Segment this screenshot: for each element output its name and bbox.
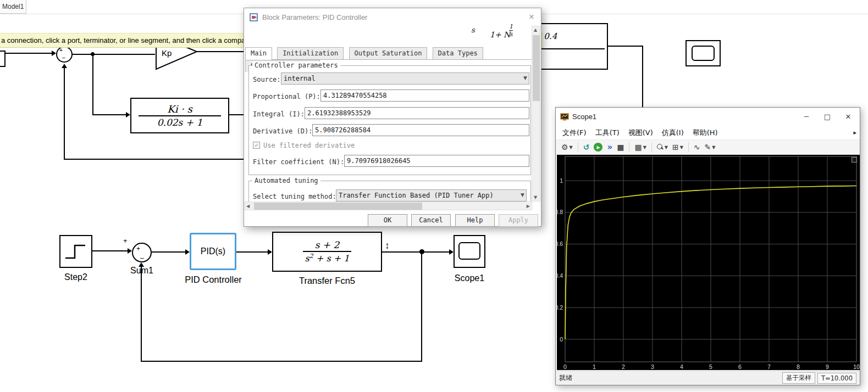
wire[interactable] bbox=[197, 51, 244, 52]
scope-block[interactable] bbox=[454, 235, 485, 268]
model-tab-label: Model1 bbox=[2, 3, 24, 10]
tab-data-types[interactable]: Data Types bbox=[433, 47, 483, 59]
parameters-gear-button[interactable]: ⚙▼ bbox=[559, 141, 575, 153]
integral-input[interactable]: 2.61932388953529 bbox=[305, 107, 529, 119]
apply-button[interactable]: Apply bbox=[499, 214, 538, 227]
scope-titlebar[interactable]: Scope1 ─ □ ✕ bbox=[556, 108, 860, 126]
minus-sign: _ bbox=[140, 251, 144, 259]
menu-help[interactable]: 帮助(H) bbox=[688, 128, 722, 138]
wire[interactable] bbox=[421, 252, 422, 362]
scope-window-title: Scope1 bbox=[572, 113, 596, 121]
svg-text:1: 1 bbox=[560, 177, 563, 184]
cancel-button[interactable]: Cancel bbox=[411, 214, 451, 227]
fit-to-view-button[interactable]: ⊞▼ bbox=[670, 141, 685, 153]
partial-scope-block[interactable] bbox=[685, 40, 721, 66]
dialog-tab-strip: Main Initialization Output Saturation Da… bbox=[245, 47, 532, 60]
vertical-scrollbar[interactable]: ▲ ▼ bbox=[532, 26, 540, 201]
transfer-fcn-block[interactable]: s + 2 s2 + s + 1 bbox=[272, 232, 382, 272]
chevron-down-icon: ▼ bbox=[665, 145, 668, 150]
proportional-input[interactable]: 4.31289470554258 bbox=[320, 89, 529, 102]
close-icon[interactable]: ✕ bbox=[838, 108, 859, 126]
dialog-titlebar[interactable]: Block Parameters: PID Controller × bbox=[244, 8, 541, 26]
svg-text:1: 1 bbox=[593, 363, 596, 370]
filter-coefficient-input[interactable]: 9.70976918026645 bbox=[344, 155, 529, 167]
chevron-down-icon: ▼ bbox=[570, 145, 573, 150]
fraction-bar bbox=[139, 115, 221, 116]
scroll-down-icon[interactable]: ▼ bbox=[534, 195, 537, 200]
source-dropdown[interactable]: internal ▼ bbox=[281, 72, 529, 85]
style-brush-button[interactable]: ✎▼ bbox=[703, 141, 718, 153]
step-back-button[interactable]: ↺ bbox=[581, 141, 592, 153]
status-sample-mode: 基于采样 bbox=[782, 372, 815, 384]
svg-text:0: 0 bbox=[563, 363, 567, 370]
filtered-derivative-checkbox[interactable]: ✓ bbox=[253, 142, 260, 149]
scope-statusbar: 就绪 基于采样 T=10.000 bbox=[556, 371, 860, 385]
scroll-right-icon[interactable]: ▶ bbox=[527, 204, 530, 209]
scrollbar-thumb[interactable] bbox=[533, 35, 540, 101]
wire[interactable] bbox=[64, 159, 244, 160]
wire[interactable] bbox=[92, 250, 128, 251]
step-block-label: Step2 bbox=[57, 272, 95, 282]
maximize-icon[interactable]: □ bbox=[817, 108, 838, 126]
wire[interactable] bbox=[141, 267, 142, 362]
wire[interactable] bbox=[642, 46, 643, 110]
wire[interactable] bbox=[64, 68, 65, 160]
tab-main[interactable]: Main bbox=[245, 47, 272, 60]
svg-text:10: 10 bbox=[853, 363, 860, 370]
wire[interactable] bbox=[382, 251, 449, 253]
wire[interactable] bbox=[73, 54, 155, 55]
screen: Model1 + _ Kp Ki · s 0.02s + 1 a connect… bbox=[0, 0, 868, 392]
menu-overflow-icon[interactable]: ▸ bbox=[853, 129, 856, 136]
model-tab[interactable]: Model1 bbox=[0, 0, 26, 14]
wire[interactable] bbox=[92, 54, 93, 115]
ok-button[interactable]: OK bbox=[368, 214, 407, 227]
chevron-down-icon: ▼ bbox=[643, 145, 646, 150]
partial-block-left[interactable] bbox=[0, 51, 5, 67]
scrollbar-thumb[interactable] bbox=[254, 203, 422, 210]
wire[interactable] bbox=[229, 114, 244, 115]
wire[interactable] bbox=[92, 114, 126, 115]
minimize-icon[interactable]: ─ bbox=[796, 108, 817, 126]
stop-button[interactable]: ■ bbox=[615, 141, 626, 153]
scope-plot-area[interactable]: 01234567891000.20.40.60.81 bbox=[557, 155, 860, 370]
help-button[interactable]: Help bbox=[455, 214, 495, 227]
chevron-down-icon: ▼ bbox=[680, 145, 683, 150]
dialog-close-icon[interactable]: × bbox=[529, 12, 534, 23]
plot-dock-icon[interactable] bbox=[852, 157, 857, 163]
toolbar-separator bbox=[578, 142, 578, 152]
dialog-title: Block Parameters: PID Controller bbox=[262, 13, 367, 21]
tab-output-saturation[interactable]: Output Saturation bbox=[349, 47, 428, 59]
derivative-input[interactable]: 5.908726288584 bbox=[312, 124, 529, 136]
sum-block-top[interactable]: + _ bbox=[56, 46, 73, 63]
menu-file[interactable]: 文件(F) bbox=[558, 128, 591, 138]
formula-fraction: 1 s bbox=[509, 23, 513, 38]
wire[interactable] bbox=[608, 46, 643, 47]
wire[interactable] bbox=[152, 251, 185, 253]
scope-menubar: 文件(F) 工具(T) 视图(V) 仿真(I) 帮助(H) ▸ bbox=[556, 126, 860, 140]
tf-block-ki[interactable]: Ki · s 0.02s + 1 bbox=[130, 98, 229, 133]
trigger-button[interactable]: ∿ bbox=[692, 141, 703, 153]
scope-screen-icon bbox=[458, 242, 480, 260]
run-button[interactable]: ▶ bbox=[591, 141, 605, 153]
group-legend: Controller parameters bbox=[252, 61, 340, 69]
tab-initialization[interactable]: Initialization bbox=[277, 47, 344, 59]
wire[interactable] bbox=[236, 251, 268, 253]
scope-window: Scope1 ─ □ ✕ 文件(F) 工具(T) 视图(V) 仿真(I) 帮助(… bbox=[555, 107, 860, 385]
menu-view[interactable]: 视图(V) bbox=[624, 128, 657, 138]
zoom-button[interactable]: ▼ bbox=[655, 141, 670, 153]
wire-arrow bbox=[128, 248, 132, 254]
horizontal-scrollbar[interactable]: ◀ ▶ bbox=[245, 201, 532, 210]
wire[interactable] bbox=[5, 53, 52, 54]
sum-block[interactable]: + _ bbox=[132, 243, 152, 262]
scroll-left-icon[interactable]: ◀ bbox=[246, 204, 250, 209]
pid-block-label: PID Controller bbox=[180, 275, 246, 285]
wire[interactable] bbox=[141, 361, 422, 362]
menu-simulation[interactable]: 仿真(I) bbox=[657, 128, 688, 138]
menu-tools[interactable]: 工具(T) bbox=[591, 128, 624, 138]
pid-block-selected[interactable]: PID(s) bbox=[190, 233, 236, 270]
layout-button[interactable]: ▦▼ bbox=[632, 141, 648, 153]
scroll-up-icon[interactable]: ▲ bbox=[534, 27, 537, 32]
tuning-method-dropdown[interactable]: Transfer Function Based (PID Tuner App) … bbox=[336, 189, 527, 201]
step-forward-button[interactable]: » bbox=[605, 141, 615, 153]
step-block[interactable] bbox=[59, 235, 92, 268]
